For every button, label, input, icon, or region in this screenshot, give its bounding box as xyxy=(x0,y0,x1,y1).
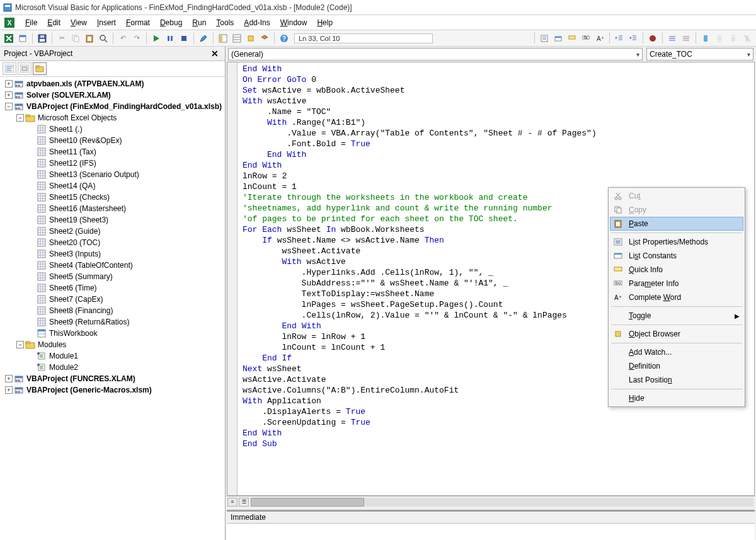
context-menu-paste[interactable]: Paste xyxy=(610,217,743,231)
tree-item[interactable]: +VBAProject (Generic-Macros.xlsm) xyxy=(0,384,225,396)
tree-item[interactable]: Module1 xyxy=(0,350,225,362)
context-menu-parameter-info[interactable]: f(x)Parameter Info xyxy=(610,277,743,290)
context-menu-list-properties-methods[interactable]: List Properties/Methods xyxy=(610,235,743,249)
prev-bookmark-button[interactable] xyxy=(727,32,740,45)
tree-expander-icon[interactable]: + xyxy=(5,80,13,88)
clear-bookmarks-button[interactable] xyxy=(741,32,753,45)
proc-view-button[interactable]: ≡ xyxy=(227,498,238,507)
break-button[interactable] xyxy=(164,32,176,45)
hscroll-thumb[interactable] xyxy=(251,498,364,507)
tree-item[interactable]: −Modules xyxy=(0,339,225,350)
tree-item[interactable]: Sheet9 (Return&Ratios) xyxy=(0,316,225,328)
project-explorer-button[interactable] xyxy=(217,32,229,45)
cut-button[interactable]: ✂ xyxy=(55,32,68,45)
copy-button[interactable] xyxy=(69,32,82,45)
properties-button[interactable] xyxy=(231,32,243,45)
uncomment-block-button[interactable] xyxy=(680,32,692,45)
project-tree[interactable]: +atpvbaen.xls (ATPVBAEN.XLAM)+Solver (SO… xyxy=(0,77,225,540)
menu-edit[interactable]: Edit xyxy=(42,16,66,29)
menu-debug[interactable]: Debug xyxy=(155,16,187,29)
toggle-folders-button[interactable] xyxy=(33,62,47,75)
tree-item[interactable]: Sheet13 (Scenario Output) xyxy=(0,169,225,180)
quick-info-button[interactable] xyxy=(566,32,578,45)
tree-item[interactable]: Sheet16 (Mastersheet) xyxy=(0,203,225,214)
tree-item[interactable]: Sheet10 (Rev&OpEx) xyxy=(0,135,225,146)
menu-window[interactable]: Window xyxy=(275,16,312,29)
hscroll-track[interactable] xyxy=(251,498,753,507)
menu-help[interactable]: Help xyxy=(312,16,338,29)
find-button[interactable] xyxy=(97,32,110,45)
menu-format[interactable]: Format xyxy=(121,16,155,29)
outdent-button[interactable] xyxy=(627,32,639,45)
menu-view[interactable]: View xyxy=(66,16,92,29)
complete-word-button[interactable]: A⁺ xyxy=(593,32,606,45)
save-button[interactable] xyxy=(36,32,49,45)
list-properties-button[interactable] xyxy=(538,32,551,45)
tree-item[interactable]: Sheet19 (Sheet3) xyxy=(0,214,225,226)
tree-expander-icon[interactable]: + xyxy=(5,386,13,394)
context-menu-object-browser[interactable]: Object Browser xyxy=(610,327,743,341)
paste-button[interactable] xyxy=(83,32,96,45)
procedure-dropdown[interactable]: Create_TOC xyxy=(646,48,753,60)
menu-add-ins[interactable]: Add-Ins xyxy=(239,16,275,29)
tree-item[interactable]: Sheet20 (TOC) xyxy=(0,237,225,248)
context-menu-list-constants[interactable]: List Constants xyxy=(610,249,743,263)
immediate-body[interactable] xyxy=(227,524,755,540)
excel-icon[interactable]: X xyxy=(4,17,15,28)
tree-item[interactable]: Sheet12 (IFS) xyxy=(0,158,225,169)
object-browser-button[interactable] xyxy=(244,32,257,45)
tree-item[interactable]: Sheet11 (Tax) xyxy=(0,146,225,158)
view-object-button[interactable] xyxy=(18,62,32,75)
context-menu-last-position[interactable]: Last Position xyxy=(610,373,743,387)
code-hscroll[interactable]: ≡ ☰ xyxy=(227,496,755,507)
tree-item[interactable]: Sheet4 (TableOfContent) xyxy=(0,260,225,271)
menu-run[interactable]: Run xyxy=(187,16,211,29)
tree-item[interactable]: Sheet1 (.) xyxy=(0,124,225,135)
context-menu-toggle[interactable]: Toggle▶ xyxy=(610,309,743,323)
run-button[interactable] xyxy=(150,32,163,45)
context-menu-complete-word[interactable]: A⁺Complete Word xyxy=(610,290,743,304)
help-button[interactable]: ? xyxy=(278,32,290,45)
tree-expander-icon[interactable]: − xyxy=(5,103,13,110)
tree-item[interactable]: Sheet5 (Summary) xyxy=(0,271,225,282)
tree-expander-icon[interactable]: − xyxy=(16,114,24,122)
tree-item[interactable]: +VBAProject (FUNCRES.XLAM) xyxy=(0,373,225,384)
object-dropdown[interactable]: (General) xyxy=(228,48,643,60)
list-constants-button[interactable] xyxy=(552,32,564,45)
project-explorer-close-icon[interactable]: ✕ xyxy=(209,49,221,59)
menu-tools[interactable]: Tools xyxy=(211,16,239,29)
tree-item[interactable]: Sheet2 (Guide) xyxy=(0,226,225,237)
full-view-button[interactable]: ☰ xyxy=(239,498,249,507)
tree-item[interactable]: Sheet7 (CapEx) xyxy=(0,294,225,305)
context-menu-add-watch[interactable]: Add Watch... xyxy=(610,345,743,359)
tree-item[interactable]: −VBAProject (FinExMod_FindingHardCoded_v… xyxy=(0,101,225,112)
tree-item[interactable]: Module2 xyxy=(0,362,225,373)
tree-expander-icon[interactable]: + xyxy=(5,375,13,382)
context-menu-definition[interactable]: Definition xyxy=(610,359,743,373)
context-menu-hide[interactable]: Hide xyxy=(610,391,743,405)
insert-module-button[interactable] xyxy=(16,32,29,45)
next-bookmark-button[interactable] xyxy=(713,32,726,45)
tree-item[interactable]: Sheet3 (Inputs) xyxy=(0,248,225,260)
tree-expander-icon[interactable]: + xyxy=(5,91,13,99)
tree-item[interactable]: Sheet6 (Time) xyxy=(0,282,225,294)
undo-button[interactable]: ↶ xyxy=(117,32,129,45)
breakpoint-button[interactable] xyxy=(646,32,659,45)
tree-item[interactable]: −Microsoft Excel Objects xyxy=(0,112,225,124)
tree-expander-icon[interactable]: − xyxy=(16,341,24,348)
view-code-button[interactable] xyxy=(3,62,16,75)
design-mode-button[interactable] xyxy=(197,32,210,45)
toolbox-button[interactable] xyxy=(258,32,271,45)
context-menu-quick-info[interactable]: Quick Info xyxy=(610,263,743,277)
menu-file[interactable]: File xyxy=(20,16,42,29)
tree-item[interactable]: +Solver (SOLVER.XLAM) xyxy=(0,89,225,101)
tree-item[interactable]: Sheet8 (Financing) xyxy=(0,305,225,316)
comment-block-button[interactable] xyxy=(666,32,679,45)
redo-button[interactable]: ↷ xyxy=(130,32,143,45)
view-excel-button[interactable] xyxy=(3,32,15,45)
menu-insert[interactable]: Insert xyxy=(92,16,121,29)
reset-button[interactable] xyxy=(178,32,190,45)
tree-item[interactable]: Sheet15 (Checks) xyxy=(0,192,225,203)
bookmark-button[interactable] xyxy=(699,32,712,45)
indent-button[interactable] xyxy=(613,32,626,45)
